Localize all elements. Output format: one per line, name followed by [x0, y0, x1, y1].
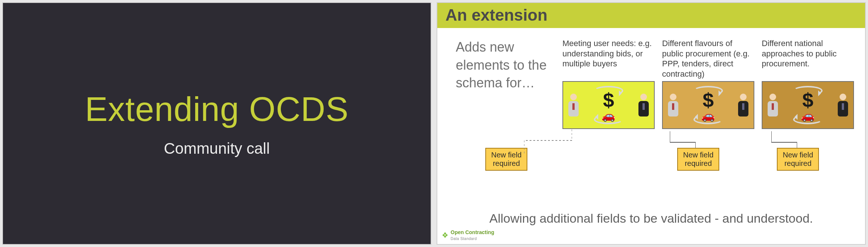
person-left-icon: [767, 94, 778, 116]
car-icon: 🚗: [602, 110, 615, 121]
slide-body: Adds new elements to the schema for… Mee…: [437, 28, 865, 244]
column-1: Meeting user needs: e.g. understanding b…: [562, 38, 655, 129]
title: Extending OCDS: [85, 90, 349, 129]
cycle-icon: $ 🚗: [788, 87, 828, 123]
slide-header: An extension: [437, 3, 865, 28]
car-icon: 🚗: [701, 110, 715, 121]
connector-line: [670, 131, 696, 148]
diagram-tan: $ 🚗: [662, 81, 754, 129]
cycle-icon: $ 🚗: [688, 87, 728, 123]
slide-title: An extension: [445, 6, 857, 24]
person-left-icon: [668, 94, 679, 116]
new-field-box-3: New field required: [777, 148, 819, 171]
connector-dashed: [524, 128, 572, 153]
column-2: Different flavours of public procurement…: [662, 38, 754, 129]
person-left-icon: [568, 94, 579, 116]
person-right-icon: [837, 94, 848, 116]
caption: Allowing additional fields to be validat…: [437, 211, 865, 226]
title-slide: Extending OCDS Community call: [2, 2, 431, 245]
logo-icon: ❖: [442, 231, 448, 240]
footer-logo: ❖ Open Contracting Data Standard: [442, 229, 494, 241]
connector-line: [771, 131, 797, 148]
col-desc: Different flavours of public procurement…: [662, 38, 754, 79]
col-desc: Different national approaches to public …: [762, 38, 854, 79]
intro-text: Adds new elements to the schema for…: [456, 38, 555, 92]
content-slide: An extension Adds new elements to the sc…: [437, 2, 866, 245]
diagram-gold: $ 🚗: [762, 81, 854, 129]
subtitle: Community call: [164, 140, 270, 157]
dollar-icon: $: [703, 88, 714, 111]
column-3: Different national approaches to public …: [762, 38, 854, 129]
dollar-icon: $: [802, 88, 813, 111]
footer-sub: Data Standard: [451, 237, 477, 241]
person-right-icon: [738, 94, 749, 116]
cycle-icon: $ 🚗: [588, 87, 629, 123]
new-field-box-2: New field required: [677, 148, 719, 171]
col-desc: Meeting user needs: e.g. understanding b…: [562, 38, 655, 79]
person-right-icon: [638, 94, 649, 116]
new-field-box-1: New field required: [485, 148, 527, 171]
diagram-yellow: $ 🚗: [562, 81, 655, 129]
car-icon: 🚗: [801, 110, 814, 121]
footer-brand: Open Contracting: [451, 229, 494, 235]
dollar-icon: $: [603, 88, 614, 111]
